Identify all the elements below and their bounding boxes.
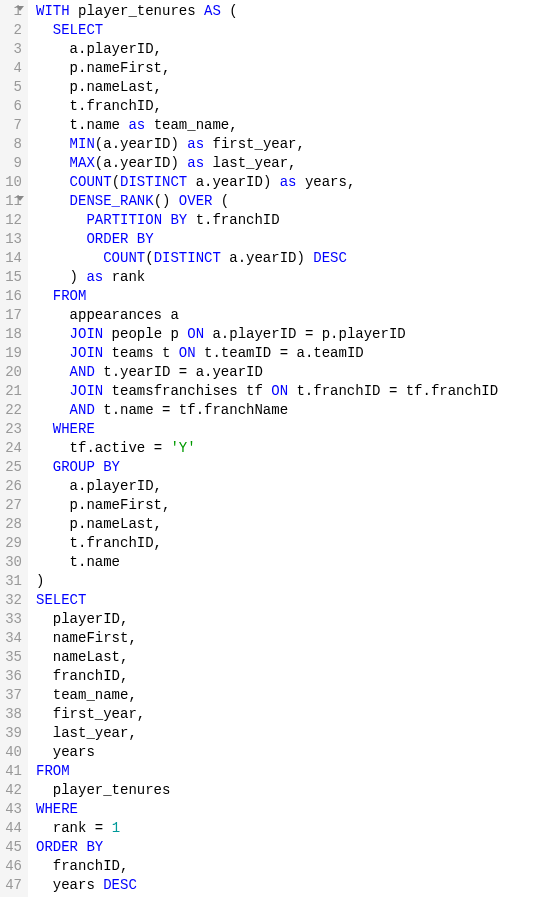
token-paren: ) bbox=[296, 250, 304, 266]
token-kw: ORDER BY bbox=[36, 839, 103, 855]
token-kw: as bbox=[280, 174, 297, 190]
token-id bbox=[36, 364, 70, 380]
code-line: player_tenures bbox=[36, 781, 543, 800]
token-id: t.name bbox=[95, 402, 162, 418]
token-id bbox=[36, 326, 70, 342]
token-id: p.nameLast, bbox=[36, 79, 162, 95]
code-line: SELECT bbox=[36, 21, 543, 40]
token-id: years, bbox=[297, 174, 356, 190]
code-line: t.name bbox=[36, 553, 543, 572]
token-op: = bbox=[95, 820, 103, 836]
token-kw: DISTINCT bbox=[154, 250, 221, 266]
code-line: first_year, bbox=[36, 705, 543, 724]
token-id: a.teamID bbox=[288, 345, 364, 361]
token-kw: JOIN bbox=[70, 383, 104, 399]
code-line: t.franchID, bbox=[36, 97, 543, 116]
code-line: p.nameFirst, bbox=[36, 59, 543, 78]
code-line: ) as rank bbox=[36, 268, 543, 287]
token-id: team_name, bbox=[36, 687, 137, 703]
code-line: WITH player_tenures AS ( bbox=[36, 2, 543, 21]
token-kw: GROUP BY bbox=[53, 459, 120, 475]
line-number: 29 bbox=[2, 534, 22, 553]
token-kw: SELECT bbox=[53, 22, 103, 38]
token-id bbox=[179, 136, 187, 152]
token-id bbox=[36, 250, 103, 266]
line-number: 47 bbox=[2, 876, 22, 895]
token-kw: DESC bbox=[313, 250, 347, 266]
token-id bbox=[36, 402, 70, 418]
token-id bbox=[36, 212, 86, 228]
token-paren: ) bbox=[170, 136, 178, 152]
line-number: 34 bbox=[2, 629, 22, 648]
token-kw: FROM bbox=[53, 288, 87, 304]
code-line: t.franchID, bbox=[36, 534, 543, 553]
code-line: JOIN teams t ON t.teamID = a.teamID bbox=[36, 344, 543, 363]
token-id bbox=[36, 22, 53, 38]
line-number: 8 bbox=[2, 135, 22, 154]
code-line: ORDER BY bbox=[36, 230, 543, 249]
code-line: COUNT(DISTINCT a.yearID) as years, bbox=[36, 173, 543, 192]
fold-marker-icon[interactable] bbox=[16, 196, 24, 201]
fold-marker-icon[interactable] bbox=[16, 6, 24, 11]
token-paren: ( bbox=[95, 136, 103, 152]
token-kw: DISTINCT bbox=[120, 174, 187, 190]
code-line: years bbox=[36, 743, 543, 762]
token-id: tf.franchID bbox=[397, 383, 498, 399]
line-number: 32 bbox=[2, 591, 22, 610]
token-kw: AND bbox=[70, 402, 95, 418]
code-line: ORDER BY bbox=[36, 838, 543, 857]
line-number: 15 bbox=[2, 268, 22, 287]
code-line: p.nameLast, bbox=[36, 78, 543, 97]
token-id: rank bbox=[36, 820, 95, 836]
token-id: first_year, bbox=[204, 136, 305, 152]
token-id bbox=[179, 155, 187, 171]
token-id: a.playerID, bbox=[36, 478, 162, 494]
code-line: appearances a bbox=[36, 306, 543, 325]
token-paren: ( bbox=[145, 250, 153, 266]
token-id: player_tenures bbox=[36, 782, 170, 798]
line-number: 9 bbox=[2, 154, 22, 173]
code-line: JOIN people p ON a.playerID = p.playerID bbox=[36, 325, 543, 344]
token-fn: COUNT bbox=[103, 250, 145, 266]
code-line: nameLast, bbox=[36, 648, 543, 667]
line-number: 11 bbox=[2, 192, 22, 211]
line-number: 40 bbox=[2, 743, 22, 762]
token-id: people p bbox=[103, 326, 187, 342]
token-kw: DESC bbox=[103, 877, 137, 893]
token-paren: ( bbox=[212, 193, 229, 209]
code-line: last_year, bbox=[36, 724, 543, 743]
token-kw: AND bbox=[70, 364, 95, 380]
code-line: a.playerID, bbox=[36, 40, 543, 59]
line-number: 17 bbox=[2, 306, 22, 325]
token-kw: ORDER BY bbox=[86, 231, 153, 247]
line-number: 42 bbox=[2, 781, 22, 800]
line-number: 38 bbox=[2, 705, 22, 724]
token-fn: MAX bbox=[70, 155, 95, 171]
token-op: = bbox=[179, 364, 187, 380]
token-kw: ON bbox=[187, 326, 204, 342]
line-number: 43 bbox=[2, 800, 22, 819]
token-id: t.name bbox=[36, 117, 128, 133]
token-kw: as bbox=[187, 155, 204, 171]
line-number: 4 bbox=[2, 59, 22, 78]
line-number: 41 bbox=[2, 762, 22, 781]
token-fn: COUNT bbox=[70, 174, 112, 190]
token-paren: () bbox=[154, 193, 171, 209]
token-id bbox=[36, 421, 53, 437]
token-id: a.yearID bbox=[187, 174, 263, 190]
token-id: t.franchID bbox=[187, 212, 279, 228]
token-id bbox=[36, 193, 70, 209]
token-id: teamsfranchises tf bbox=[103, 383, 271, 399]
line-number: 30 bbox=[2, 553, 22, 572]
code-line: AND t.name = tf.franchName bbox=[36, 401, 543, 420]
token-paren: ) bbox=[170, 155, 178, 171]
code-line: FROM bbox=[36, 287, 543, 306]
token-id bbox=[36, 231, 86, 247]
line-number: 44 bbox=[2, 819, 22, 838]
line-number: 19 bbox=[2, 344, 22, 363]
code-line: FROM bbox=[36, 762, 543, 781]
token-kw: SELECT bbox=[36, 592, 86, 608]
line-number: 10 bbox=[2, 173, 22, 192]
line-number: 33 bbox=[2, 610, 22, 629]
token-kw: WITH bbox=[36, 3, 70, 19]
